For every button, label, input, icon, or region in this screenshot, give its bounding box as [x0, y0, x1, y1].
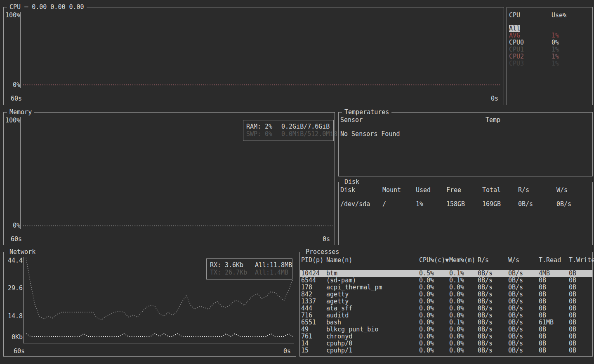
- proc-cell: 0B: [539, 305, 546, 312]
- proc-cell: chronyd: [326, 333, 352, 340]
- disk-header-used[interactable]: Used: [416, 187, 431, 194]
- cpu-panel[interactable]: CPU ─ 0.00 0.00 0.00 100% 0% 60s 0s: [3, 7, 504, 105]
- processes-panel[interactable]: Processes PID(p)Name(n)CPU%(c)▼Mem%(m)R/…: [299, 252, 593, 357]
- network-y-label-2: 29.6: [6, 285, 23, 292]
- proc-cell: 0B/s: [478, 270, 493, 277]
- temperatures-panel[interactable]: Temperatures Sensor Temp No Sensors Foun…: [338, 112, 593, 176]
- cpu-legend-row-all[interactable]: All: [509, 25, 520, 32]
- proc-cell: 0.0%: [419, 333, 434, 340]
- proc-cell: 49: [301, 326, 309, 333]
- cpu-x-right-label: 0s: [491, 95, 498, 102]
- proc-cell: 0B: [569, 333, 576, 340]
- temp-header-temp: Temp: [486, 117, 500, 124]
- rx-label: RX:: [210, 262, 221, 269]
- temp-header-sensor: Sensor: [340, 117, 363, 124]
- proc-cell: 0.0%: [449, 340, 464, 347]
- proc-cell: 0B: [539, 298, 546, 305]
- disk-header-r-s[interactable]: R/s: [518, 187, 529, 194]
- proc-cell: 0B: [569, 284, 576, 291]
- disk-header-disk[interactable]: Disk: [340, 187, 355, 194]
- tx-label: TX:: [210, 269, 221, 276]
- disk-cell: 158GB: [446, 201, 465, 208]
- proc-cell: 0.0%: [449, 326, 464, 333]
- cpu-legend-use-cpu2: 1%: [552, 53, 559, 60]
- memory-x-right-label: 0s: [323, 236, 330, 243]
- proc-header-name-n-[interactable]: Name(n): [326, 257, 352, 264]
- cpu-legend-row-cpu2[interactable]: CPU2: [509, 53, 524, 60]
- proc-cell: 0B: [539, 312, 546, 319]
- proc-header-w-s[interactable]: W/s: [508, 257, 519, 264]
- proc-cell: 1337: [301, 298, 316, 305]
- proc-cell: 6551: [301, 319, 316, 326]
- memory-panel-title: Memory: [7, 109, 34, 116]
- proc-cell: 0B: [569, 305, 576, 312]
- disk-header-mount[interactable]: Mount: [382, 187, 401, 194]
- cpu-legend-header-use: Use%: [552, 12, 566, 19]
- proc-cell: 61MB: [539, 319, 554, 326]
- disk-header-free[interactable]: Free: [446, 187, 461, 194]
- memory-legend: RAM: 2% 0.2GiB/7.6GiB SWP: 0% 0.0MiB/512…: [243, 120, 334, 141]
- cpu-load-average: 0.00 0.00 0.00: [32, 3, 84, 11]
- cpu-legend-use-cpu1: 1%: [552, 46, 559, 53]
- cpu-legend-use-avg: 1%: [552, 32, 559, 39]
- memory-panel[interactable]: Memory 100% 0% 60s 0s RAM: 2% 0.2GiB/7.6…: [3, 112, 335, 245]
- disk-cell: /dev/sda: [340, 201, 370, 208]
- proc-cell: 15: [301, 347, 309, 354]
- proc-header-pid-p-[interactable]: PID(p): [301, 257, 323, 264]
- cpu-legend-header-cpu: CPU: [509, 12, 520, 19]
- network-legend: RX: 3.6Kb All: 11.8MB TX: 26.7Kb All: 1.…: [206, 258, 292, 279]
- cpu-legend-row-cpu1[interactable]: CPU1: [509, 46, 524, 53]
- btm-system-monitor: CPU ─ 0.00 0.00 0.00 100% 0% 60s 0s CPU …: [0, 0, 594, 364]
- cpu-legend-row-cpu0[interactable]: CPU0: [509, 39, 524, 46]
- proc-cell: 0B/s: [478, 277, 493, 284]
- ram-percent: 2%: [265, 123, 272, 130]
- proc-cell: 842: [301, 291, 312, 298]
- proc-cell: btm: [326, 270, 337, 277]
- proc-cell: 0B: [569, 340, 576, 347]
- network-y-label-1: 14.8: [6, 313, 23, 320]
- rx-value: 3.6Kb: [225, 262, 243, 269]
- cpu-legend-panel[interactable]: CPU Use% AllAVG1%CPU00%CPU11%CPU21%CPU31…: [507, 7, 593, 105]
- proc-cell: 0.0%: [449, 312, 464, 319]
- proc-cell: 0.0%: [419, 298, 434, 305]
- proc-cell: 0B: [569, 270, 576, 277]
- disk-header-total[interactable]: Total: [482, 187, 501, 194]
- proc-cell: 444: [301, 305, 312, 312]
- proc-header-t-read[interactable]: T.Read: [539, 257, 561, 264]
- proc-cell: 0.0%: [449, 305, 464, 312]
- disk-cell: 0B/s: [556, 201, 571, 208]
- proc-cell: 0B: [539, 326, 546, 333]
- proc-cell: 0B/s: [508, 319, 523, 326]
- cpu-panel-title: CPU ─ 0.00 0.00 0.00: [7, 4, 87, 11]
- proc-cell: 0B/s: [478, 291, 493, 298]
- tx-all-value: 1.4MB: [270, 269, 288, 276]
- proc-cell: 0.0%: [419, 305, 434, 312]
- proc-cell: 0B/s: [478, 312, 493, 319]
- proc-cell: 0.0%: [419, 277, 434, 284]
- proc-cell: 0B/s: [478, 284, 493, 291]
- cpu-legend-row-cpu3[interactable]: CPU3: [509, 60, 524, 67]
- proc-cell: 4MB: [539, 270, 550, 277]
- proc-header-mem-m-[interactable]: Mem%(m): [449, 257, 475, 264]
- proc-cell: 0B: [539, 291, 546, 298]
- swp-label: SWP:: [246, 131, 261, 138]
- proc-cell: 0B/s: [478, 347, 493, 354]
- disk-panel[interactable]: Disk DiskMountUsedFreeTotalR/sW/s /dev/s…: [338, 182, 593, 245]
- proc-header-t-write[interactable]: T.Write: [569, 257, 594, 264]
- proc-cell: 0B/s: [508, 326, 523, 333]
- proc-header-cpu-c-[interactable]: CPU%(c)▼: [419, 257, 449, 264]
- ram-label: RAM:: [246, 123, 261, 130]
- proc-cell: 0.1%: [449, 270, 464, 277]
- proc-cell: 0B/s: [508, 340, 523, 347]
- proc-cell: 0.0%: [419, 291, 434, 298]
- disk-header-w-s[interactable]: W/s: [556, 187, 568, 194]
- process-row-selected[interactable]: 10424btm0.5%0.1%0B/s0B/s4MB0B: [300, 270, 592, 277]
- network-panel[interactable]: Network 44.4 29.6 14.8 0Kb 60s 0s RX: 3.…: [3, 252, 296, 357]
- proc-cell: 716: [301, 312, 312, 319]
- cpu-legend-row-avg[interactable]: AVG: [509, 32, 520, 39]
- network-y-label-3: 44.4: [6, 257, 23, 264]
- proc-cell: cpuhp/1: [326, 347, 352, 354]
- disk-cell: 1%: [416, 201, 423, 208]
- proc-header-r-s[interactable]: R/s: [478, 257, 489, 264]
- cpu-y-min-label: 0%: [5, 82, 20, 89]
